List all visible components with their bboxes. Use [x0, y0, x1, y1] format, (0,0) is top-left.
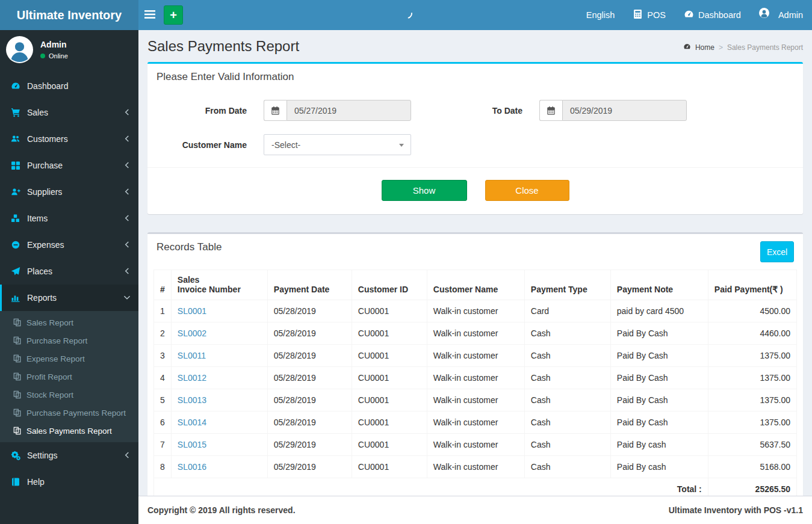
- customer-id-cell: CU0001: [352, 389, 427, 411]
- show-button[interactable]: Show: [382, 180, 467, 201]
- col-header-index: #: [154, 270, 172, 300]
- payment-type-cell: Cash: [524, 367, 610, 389]
- customer-select[interactable]: -Select-: [264, 134, 411, 155]
- breadcrumb: Home > Sales Payments Report: [683, 43, 803, 55]
- sidebar-toggle-button[interactable]: [138, 0, 161, 30]
- payment-note-cell: Paid By Cash: [610, 322, 708, 345]
- sidebar-item-label: Help: [27, 477, 45, 487]
- sidebar-item-stock-report[interactable]: Stock Report: [0, 386, 138, 404]
- payment-type-cell: Cash: [524, 434, 610, 456]
- sidebar-item-label: Reports: [27, 293, 57, 303]
- sidebar-item-places[interactable]: Places: [0, 258, 138, 285]
- home-icon: [683, 43, 691, 52]
- row-index: 4: [154, 367, 172, 389]
- breadcrumb-home-link[interactable]: Home: [695, 43, 714, 52]
- sidebar-item-expenses[interactable]: Expenses: [0, 232, 138, 258]
- chevron-left-icon: [125, 134, 129, 144]
- table-row: 7 SL0015 05/29/2019 CU0001 Walk-in custo…: [154, 434, 797, 456]
- dashboard-link[interactable]: Dashboard: [675, 0, 750, 30]
- invoice-link[interactable]: SL0002: [178, 328, 206, 338]
- to-date-label: To Date: [411, 106, 539, 116]
- sidebar-item-profit-report[interactable]: Profit Report: [0, 368, 138, 386]
- add-button[interactable]: +: [164, 5, 183, 25]
- from-date-input[interactable]: [287, 100, 411, 121]
- customer-id-cell: CU0001: [352, 434, 427, 456]
- sidebar-item-expense-report[interactable]: Expense Report: [0, 350, 138, 368]
- close-button[interactable]: Close: [485, 180, 569, 201]
- chevron-left-icon: [125, 240, 129, 250]
- invoice-link[interactable]: SL0001: [178, 306, 206, 316]
- sidebar-item-items[interactable]: Items: [0, 205, 138, 232]
- payment-note-cell: Paid By cash: [610, 456, 708, 478]
- sidebar-item-sales-payments-report[interactable]: Sales Payments Report: [0, 422, 138, 440]
- col-header-customer-id: Customer ID: [352, 270, 427, 300]
- loading-spinner-icon: [400, 7, 415, 21]
- row-index: 3: [154, 345, 172, 367]
- to-date-input[interactable]: [562, 100, 687, 121]
- payment-type-cell: Cash: [524, 322, 610, 345]
- customer-id-cell: CU0001: [352, 456, 427, 478]
- app-window: Ultimate Inventory + English POS: [0, 0, 812, 524]
- total-label: Total :: [154, 478, 708, 496]
- col-header-payment-note: Payment Note: [610, 270, 708, 300]
- customer-name-cell: Walk-in customer: [427, 300, 524, 322]
- dashboard-label: Dashboard: [698, 10, 741, 20]
- customer-name-cell: Walk-in customer: [427, 345, 524, 367]
- user-menu[interactable]: Admin: [750, 0, 812, 30]
- row-index: 2: [154, 322, 172, 345]
- records-panel-title: Records Table: [157, 241, 222, 253]
- sidebar-item-purchase-payments-report[interactable]: Purchase Payments Report: [0, 404, 138, 422]
- sidebar-item-label: Profit Report: [26, 372, 72, 381]
- sidebar-item-sales[interactable]: Sales: [0, 99, 138, 126]
- payment-type-cell: Cash: [524, 411, 610, 434]
- online-status-label: Online: [49, 52, 68, 60]
- sidebar-user-status[interactable]: Online: [40, 52, 68, 60]
- sidebar-user-panel: Admin Online: [0, 30, 138, 69]
- files-icon: [13, 427, 26, 435]
- tachometer-icon: [11, 81, 27, 91]
- row-index: 7: [154, 434, 172, 456]
- sidebar-item-customers[interactable]: Customers: [0, 126, 138, 152]
- excel-export-button[interactable]: Excel: [760, 241, 794, 262]
- row-index: 8: [154, 456, 172, 478]
- copyright-text: Copyright © 2019 All rights reserved.: [147, 505, 296, 515]
- invoice-link[interactable]: SL0011: [178, 351, 206, 360]
- sidebar-item-reports[interactable]: Reports: [0, 285, 138, 311]
- sidebar-item-purchase-report[interactable]: Purchase Report: [0, 331, 138, 350]
- invoice-link[interactable]: SL0013: [178, 395, 206, 405]
- col-header-payment-type: Payment Type: [524, 270, 610, 300]
- minus-circle-icon: [11, 240, 27, 250]
- sidebar-item-help[interactable]: Help: [0, 469, 138, 495]
- calendar-icon: [539, 100, 562, 121]
- amount-cell: 5168.00: [708, 456, 796, 478]
- app-logo[interactable]: Ultimate Inventory: [0, 0, 138, 30]
- pos-label: POS: [647, 10, 666, 20]
- sidebar-item-suppliers[interactable]: Suppliers: [0, 179, 138, 205]
- sidebar-item-sales-report[interactable]: Sales Report: [0, 313, 138, 331]
- total-value: 25265.50: [708, 478, 796, 496]
- sidebar-item-dashboard[interactable]: Dashboard: [0, 73, 138, 99]
- grid-icon: [11, 161, 27, 170]
- customer-name-cell: Walk-in customer: [427, 367, 524, 389]
- invoice-link[interactable]: SL0014: [178, 418, 206, 427]
- main-content: Sales Payments Report Home > Sales Payme…: [138, 30, 812, 496]
- sidebar-item-settings[interactable]: Settings: [0, 442, 138, 469]
- records-table: # Sales Invoice Number Payment Date Cust…: [153, 270, 797, 496]
- breadcrumb-current: Sales Payments Report: [727, 43, 803, 52]
- invoice-link[interactable]: SL0012: [178, 373, 206, 383]
- language-menu[interactable]: English: [577, 0, 624, 30]
- invoice-link[interactable]: SL0015: [178, 440, 206, 449]
- payment-note-cell: paid by card 4500: [610, 300, 708, 322]
- sidebar-item-purchase[interactable]: Purchase: [0, 152, 138, 179]
- files-icon: [13, 408, 26, 417]
- chevron-left-icon: [125, 108, 129, 117]
- sidebar-menu: Dashboard Sales Customers Purchase Suppl…: [0, 73, 138, 495]
- chevron-left-icon: [125, 267, 129, 276]
- version-text: Ultimate Inventory with POS -v1.1: [669, 505, 803, 515]
- amount-cell: 4460.00: [708, 322, 796, 345]
- payment-type-cell: Cash: [524, 345, 610, 367]
- payment-type-cell: Cash: [524, 389, 610, 411]
- page-title: Sales Payments Report: [147, 38, 299, 55]
- invoice-link[interactable]: SL0016: [178, 462, 206, 472]
- pos-link[interactable]: POS: [624, 0, 675, 30]
